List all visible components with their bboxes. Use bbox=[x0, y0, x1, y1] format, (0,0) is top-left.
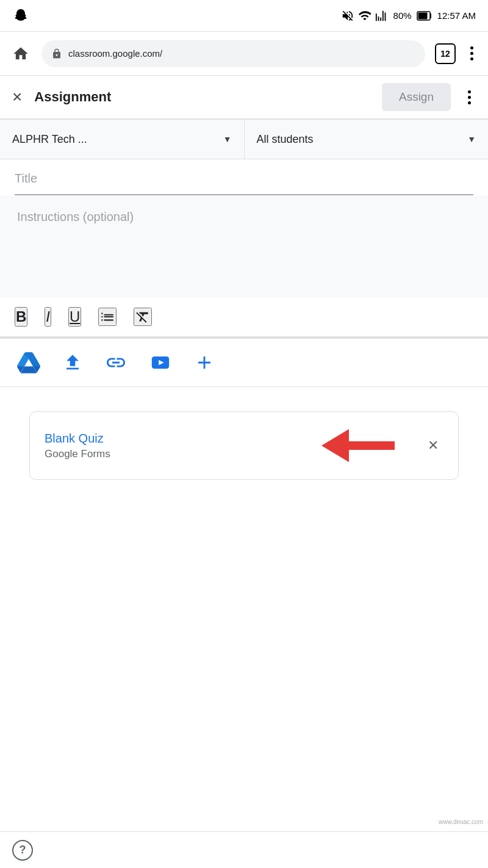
youtube-icon bbox=[149, 352, 172, 373]
browser-bar: classroom.google.com/ 12 bbox=[0, 32, 488, 76]
link-icon bbox=[105, 352, 127, 374]
quiz-card-wrapper: Blank Quiz Google Forms ✕ bbox=[0, 387, 488, 568]
signal-icon bbox=[375, 9, 389, 23]
close-button[interactable]: × bbox=[12, 89, 22, 106]
drive-attach-button[interactable] bbox=[17, 351, 40, 374]
lock-icon bbox=[51, 48, 62, 59]
url-bar[interactable]: classroom.google.com/ bbox=[41, 40, 425, 67]
quiz-close-button[interactable]: ✕ bbox=[423, 433, 443, 458]
assign-button[interactable]: Assign bbox=[382, 83, 451, 111]
formatting-toolbar: B I U bbox=[0, 297, 488, 338]
header-more-button[interactable] bbox=[463, 85, 476, 109]
svg-rect-1 bbox=[418, 12, 427, 19]
upload-attach-button[interactable] bbox=[62, 352, 83, 373]
class-dropdown[interactable]: ALPHR Tech ... ▼ bbox=[0, 120, 245, 159]
home-icon bbox=[12, 45, 29, 62]
add-icon bbox=[194, 352, 215, 373]
assignment-title: Assignment bbox=[34, 89, 370, 105]
upload-icon bbox=[62, 352, 83, 373]
attachment-toolbar bbox=[0, 339, 488, 387]
list-button[interactable] bbox=[98, 308, 117, 326]
url-text: classroom.google.com/ bbox=[68, 48, 162, 59]
clear-format-icon bbox=[135, 309, 151, 325]
wifi-icon bbox=[358, 9, 371, 23]
clear-format-button[interactable] bbox=[134, 308, 152, 326]
browser-menu-icon[interactable] bbox=[465, 42, 478, 65]
bottom-bar: ? bbox=[0, 831, 488, 868]
battery-percentage: 80% bbox=[393, 10, 412, 21]
quiz-card-subtitle: Google Forms bbox=[45, 448, 306, 460]
students-dropdown-label: All students bbox=[257, 133, 314, 146]
tab-count[interactable]: 12 bbox=[435, 43, 456, 64]
add-attach-button[interactable] bbox=[194, 352, 215, 373]
instructions-section: Instructions (optional) B I U bbox=[0, 195, 488, 338]
mute-icon bbox=[341, 9, 354, 23]
red-arrow bbox=[315, 424, 413, 467]
svg-marker-5 bbox=[321, 429, 349, 462]
status-bar-left bbox=[12, 7, 29, 24]
instructions-input[interactable]: Instructions (optional) bbox=[0, 195, 488, 224]
instructions-placeholder: Instructions (optional) bbox=[17, 210, 471, 224]
battery-icon bbox=[417, 11, 432, 21]
underline-button[interactable]: U bbox=[68, 307, 81, 327]
class-dropdown-arrow: ▼ bbox=[223, 134, 232, 144]
class-dropdown-label: ALPHR Tech ... bbox=[12, 133, 87, 146]
status-bar: 80% 12:57 AM bbox=[0, 0, 488, 32]
italic-button[interactable]: I bbox=[45, 307, 51, 327]
list-icon bbox=[99, 309, 115, 325]
home-button[interactable] bbox=[10, 43, 32, 65]
title-field[interactable]: Title bbox=[15, 159, 473, 195]
status-icons bbox=[341, 9, 389, 23]
google-drive-icon bbox=[17, 351, 40, 374]
assignment-header: × Assignment Assign bbox=[0, 76, 488, 120]
bold-button[interactable]: B bbox=[15, 307, 27, 327]
youtube-attach-button[interactable] bbox=[149, 352, 172, 373]
link-attach-button[interactable] bbox=[105, 352, 127, 374]
help-button[interactable]: ? bbox=[12, 840, 33, 861]
watermark: www.deuac.com bbox=[439, 819, 483, 825]
students-dropdown-arrow: ▼ bbox=[467, 134, 476, 144]
dropdowns-row: ALPHR Tech ... ▼ All students ▼ bbox=[0, 120, 488, 159]
quiz-card-content: Blank Quiz Google Forms bbox=[45, 432, 306, 460]
title-placeholder: Title bbox=[15, 172, 37, 185]
students-dropdown[interactable]: All students ▼ bbox=[245, 120, 489, 159]
quiz-card-title[interactable]: Blank Quiz bbox=[45, 432, 306, 446]
title-section: Title bbox=[0, 159, 488, 195]
red-arrow-svg bbox=[315, 424, 413, 467]
status-bar-right: 80% 12:57 AM bbox=[341, 9, 476, 23]
quiz-card: Blank Quiz Google Forms ✕ bbox=[29, 411, 459, 480]
snapchat-icon bbox=[12, 7, 29, 24]
time-display: 12:57 AM bbox=[437, 10, 476, 21]
